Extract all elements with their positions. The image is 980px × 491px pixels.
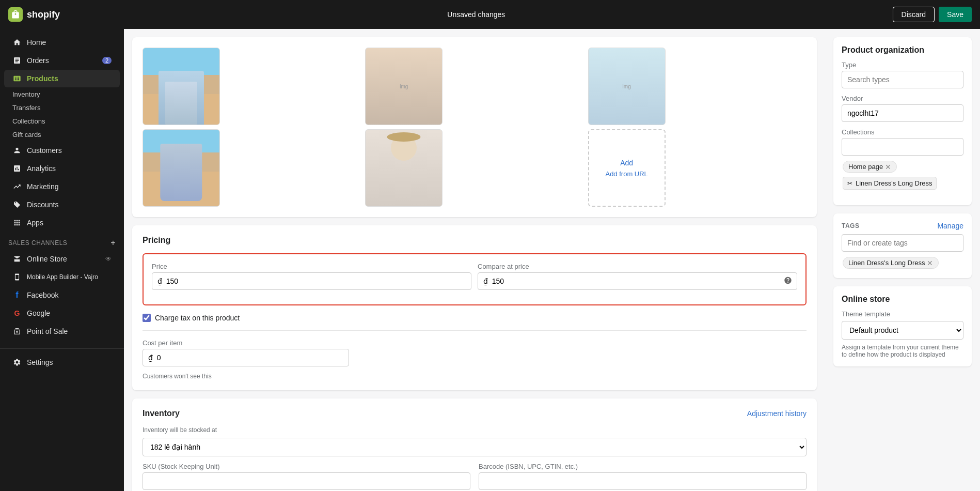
shopify-logo: shopify: [8, 7, 60, 22]
app-layout: shopify Unsaved changes Discard Save Hom…: [0, 0, 980, 491]
barcode-input[interactable]: [479, 472, 807, 490]
price-input[interactable]: [152, 272, 471, 290]
image-slot-3[interactable]: img: [588, 48, 666, 125]
store-icon: [12, 254, 22, 264]
collection-chip-linen: ✂ Linen Dress's Long Dress: [842, 176, 963, 191]
price-label: Price: [152, 263, 471, 270]
sidebar-item-pos[interactable]: Point of Sale: [4, 323, 120, 340]
online-store-label: Online Store: [27, 255, 67, 263]
add-from-url-label[interactable]: Add from URL: [605, 170, 647, 178]
manage-tags-link[interactable]: Manage: [937, 222, 963, 230]
help-icon[interactable]: [784, 277, 792, 286]
sidebar-item-facebook[interactable]: f Facebook: [4, 286, 120, 304]
location-select[interactable]: 182 lê đại hành: [143, 438, 807, 456]
home-icon: [12, 38, 22, 47]
theme-note: Assign a template from your current them…: [842, 344, 963, 358]
online-store-card: Online store Theme template Default prod…: [833, 286, 972, 366]
stocked-label: Inventory will be stocked at: [143, 426, 807, 434]
sidebar-item-online-store[interactable]: Online Store 👁: [4, 250, 120, 268]
orders-badge: 2: [102, 57, 112, 64]
sidebar-item-customers[interactable]: Customers: [4, 142, 120, 159]
charge-tax-checkbox[interactable]: [143, 314, 151, 322]
mobile-app-label: Mobile App Builder - Vajro: [27, 273, 98, 281]
image-slot-5[interactable]: [365, 129, 442, 207]
compare-price-label: Compare at price: [478, 263, 797, 270]
shopify-bag-icon: [8, 7, 23, 22]
pos-icon: [12, 327, 22, 336]
analytics-icon: [12, 164, 22, 173]
organization-title: Product organization: [842, 45, 963, 55]
type-input[interactable]: [842, 71, 963, 88]
marketing-icon: [12, 182, 22, 191]
theme-template-select[interactable]: Default product: [842, 321, 963, 340]
store-visibility-icon[interactable]: 👁: [105, 255, 112, 263]
image-slot-4[interactable]: [143, 129, 220, 207]
remove-linen-tag[interactable]: ✕: [927, 259, 933, 267]
add-image-label: Add: [620, 159, 633, 167]
discard-button[interactable]: Discard: [893, 7, 935, 22]
sidebar-item-settings[interactable]: Settings: [4, 354, 120, 371]
type-label: Type: [842, 61, 963, 69]
theme-template-label: Theme template: [842, 310, 963, 318]
inventory-header: Inventory Adjustment history: [143, 409, 807, 418]
vendor-label: Vendor: [842, 95, 963, 102]
apps-icon: [12, 218, 22, 227]
sidebar-item-discounts[interactable]: Discounts: [4, 196, 120, 213]
settings-label: Settings: [27, 358, 53, 366]
sidebar-sub-collections[interactable]: Collections: [4, 115, 120, 128]
cost-input[interactable]: [143, 349, 349, 366]
facebook-label: Facebook: [27, 291, 58, 299]
remove-home-chip[interactable]: ✕: [885, 163, 891, 171]
sidebar-sub-inventory[interactable]: Inventory: [4, 88, 120, 101]
scissors-icon: ✂: [847, 180, 852, 187]
main-content: img img: [124, 29, 825, 491]
top-bar: shopify Unsaved changes Discard Save: [0, 0, 980, 29]
sidebar-home-label: Home: [27, 38, 46, 47]
sidebar-item-apps[interactable]: Apps: [4, 214, 120, 232]
images-card: img img: [132, 37, 817, 217]
sidebar-sub-transfers[interactable]: Transfers: [4, 101, 120, 114]
inventory-card: Inventory Adjustment history Inventory w…: [132, 398, 817, 491]
tags-input[interactable]: [842, 234, 963, 252]
compare-price-input[interactable]: [478, 272, 797, 290]
sku-input[interactable]: [143, 472, 470, 490]
sidebar-sub-gift-cards[interactable]: Gift cards: [4, 128, 120, 141]
pricing-inputs-group: Price Compare at price: [143, 253, 807, 305]
pricing-title: Pricing: [143, 236, 807, 245]
products-icon: [12, 74, 22, 83]
sidebar-item-home[interactable]: Home: [4, 34, 120, 51]
pos-label: Point of Sale: [27, 327, 68, 335]
charge-tax-label: Charge tax on this product: [155, 314, 240, 322]
online-store-title: Online store: [842, 295, 963, 304]
sidebar-discounts-label: Discounts: [27, 201, 58, 209]
cost-label: Cost per item: [143, 339, 807, 347]
vendor-input[interactable]: [842, 104, 963, 122]
sidebar-item-mobile-app[interactable]: Mobile App Builder - Vajro: [4, 268, 120, 286]
sidebar-item-google[interactable]: G Google: [4, 304, 120, 322]
sidebar-customers-label: Customers: [27, 146, 62, 155]
collections-label: Collections: [842, 128, 963, 136]
main-layout: Home Orders 2 Products Inventory: [0, 29, 980, 491]
right-panel: Product organization Type Vendor Collect…: [825, 29, 980, 491]
image-slot-1[interactable]: [143, 48, 220, 125]
add-channel-icon[interactable]: +: [110, 238, 116, 248]
sidebar-item-orders[interactable]: Orders 2: [4, 52, 120, 69]
top-bar-actions: Discard Save: [893, 7, 972, 22]
sidebar-item-marketing[interactable]: Marketing: [4, 178, 120, 195]
price-field: Price: [152, 263, 471, 290]
images-grid: img img: [143, 48, 807, 207]
sidebar: Home Orders 2 Products Inventory: [0, 29, 124, 491]
tags-section-label: TAGS: [842, 222, 859, 229]
orders-icon: [12, 56, 22, 65]
collections-field: Collections Home page ✕ ✂ Linen Dress's …: [842, 128, 963, 191]
add-image-slot[interactable]: Add Add from URL: [588, 129, 666, 207]
sidebar-item-analytics[interactable]: Analytics: [4, 160, 120, 177]
sidebar-item-products[interactable]: Products: [4, 70, 120, 87]
sku-barcode-row: SKU (Stock Keeping Unit) Barcode (ISBN, …: [143, 463, 807, 490]
save-button[interactable]: Save: [939, 7, 972, 22]
image-slot-2[interactable]: img: [365, 48, 442, 125]
adjustment-history-link[interactable]: Adjustment history: [747, 409, 807, 418]
barcode-label: Barcode (ISBN, UPC, GTIN, etc.): [479, 463, 807, 470]
product-organization-card: Product organization Type Vendor Collect…: [833, 37, 972, 205]
collections-input[interactable]: [842, 138, 963, 156]
